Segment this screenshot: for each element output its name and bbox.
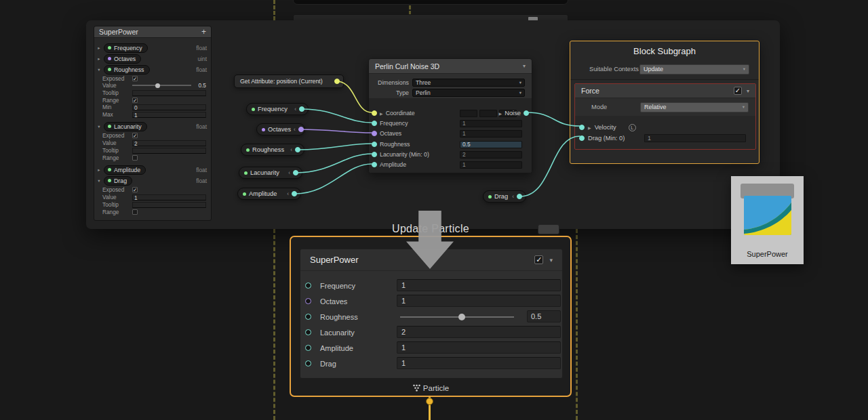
property-pill[interactable]: Amplitude	[104, 165, 146, 175]
input-port[interactable]	[372, 121, 377, 126]
output-port[interactable]	[524, 110, 529, 116]
range-checkbox[interactable]: ✓	[132, 98, 138, 103]
chevron-down-icon[interactable]: ▾	[549, 257, 553, 264]
input-port[interactable]	[372, 131, 377, 136]
blackboard-property-roughness[interactable]: ▾ Roughness float	[96, 65, 209, 75]
flow-anchor-port[interactable]	[426, 398, 433, 405]
mode-dropdown[interactable]: Relative▾	[640, 102, 749, 112]
collapse-icon[interactable]: ‹	[287, 190, 289, 197]
input-port[interactable]	[372, 152, 377, 157]
velocity-input-port[interactable]	[579, 125, 585, 130]
input-port[interactable]	[372, 142, 377, 147]
range-checkbox[interactable]	[132, 155, 138, 161]
slider-handle[interactable]	[155, 83, 160, 88]
expander-icon[interactable]: ▸	[96, 167, 102, 173]
output-port[interactable]	[298, 127, 304, 132]
tooltip-field[interactable]	[132, 202, 206, 208]
drag-port[interactable]	[305, 360, 311, 366]
enabled-checkbox[interactable]: ✓	[534, 255, 543, 264]
add-property-button[interactable]: +	[201, 28, 206, 36]
output-port[interactable]	[295, 147, 300, 152]
blackboard-property-octaves[interactable]: ▸ Octaves uint	[96, 54, 209, 64]
frequency-port[interactable]	[305, 282, 311, 289]
blackboard-property-lacunarity[interactable]: ▾ Lacunarity float	[96, 122, 209, 131]
dimensions-dropdown[interactable]: Three▾	[412, 79, 525, 87]
force-block-header[interactable]: Force ✓ ▾	[575, 84, 755, 98]
value-field[interactable]: 1	[460, 120, 522, 127]
min-field[interactable]: 0	[132, 104, 206, 110]
chevron-down-icon[interactable]: ▾	[523, 63, 526, 69]
exposed-checkbox[interactable]: ✓	[132, 133, 138, 138]
value-slider[interactable]	[132, 85, 191, 86]
range-checkbox[interactable]	[132, 209, 138, 215]
collapse-icon[interactable]: ‹	[290, 146, 292, 153]
exposed-checkbox[interactable]: ✓	[132, 76, 138, 81]
blackboard-property-drag[interactable]: ▾ Drag float	[96, 176, 209, 186]
output-port[interactable]	[334, 79, 340, 84]
get-attribute-node[interactable]: Get Attribute: position (Current)	[234, 75, 344, 88]
parameter-node-octaves[interactable]: Octaves ‹	[256, 123, 305, 135]
collapse-icon[interactable]: ‹	[288, 169, 290, 176]
input-port[interactable]	[372, 110, 377, 116]
roughness-port[interactable]	[305, 314, 311, 320]
collapse-icon[interactable]: ‹	[294, 126, 296, 133]
output-port[interactable]	[292, 191, 297, 196]
parameter-node-frequency[interactable]: Frequency ‹	[246, 103, 309, 115]
value-field[interactable]: 1	[460, 130, 522, 138]
force-block[interactable]: Force ✓ ▾ Mode Relative▾ ▶ Velocity L	[574, 83, 756, 150]
value-field[interactable]: 2	[460, 151, 522, 159]
tooltip-field[interactable]	[132, 148, 206, 154]
node-title-bar[interactable]: Perlin Curl Noise 3D ▾	[369, 59, 532, 74]
max-field[interactable]: 1	[132, 112, 206, 118]
exposed-checkbox[interactable]: ✓	[132, 187, 138, 192]
property-pill[interactable]: Drag	[104, 176, 132, 186]
y-field[interactable]	[479, 110, 497, 117]
collapse-icon[interactable]: ‹	[294, 106, 296, 112]
type-dropdown[interactable]: Perlin▾	[412, 89, 525, 97]
value-field[interactable]: 1	[460, 161, 522, 169]
context-header-button[interactable]	[538, 224, 559, 234]
parameter-node-drag[interactable]: Drag ‹	[483, 190, 526, 203]
blackboard-property-frequency[interactable]: ▸ Frequency float	[96, 43, 209, 53]
output-port[interactable]	[517, 194, 522, 199]
expander-icon[interactable]: ▸	[96, 45, 102, 51]
roughness-value-field[interactable]: 0.5	[527, 310, 561, 322]
expander-icon[interactable]: ▾	[96, 67, 102, 72]
tooltip-field[interactable]	[132, 90, 206, 96]
lacunarity-port[interactable]	[305, 329, 311, 335]
x-field[interactable]	[460, 110, 477, 117]
drag-value-field[interactable]: 1	[644, 134, 746, 142]
asset-tile-superpower[interactable]: SuperPower	[731, 176, 804, 264]
property-pill[interactable]: Octaves	[104, 54, 141, 64]
parameter-node-lacunarity[interactable]: Lacunarity ‹	[239, 167, 302, 179]
value-field[interactable]: 1	[132, 194, 206, 201]
perlin-curl-noise-node[interactable]: Perlin Curl Noise 3D ▾ Dimensions Three▾…	[368, 58, 532, 173]
value-field[interactable]: 0.5	[460, 141, 522, 148]
drag-field[interactable]: 1	[397, 357, 561, 369]
output-port[interactable]	[299, 106, 304, 112]
slider-handle[interactable]	[458, 314, 465, 320]
property-pill[interactable]: Lacunarity	[104, 122, 147, 131]
chevron-down-icon[interactable]: ▾	[747, 88, 749, 94]
parameter-node-roughness[interactable]: Roughness ‹	[241, 144, 304, 156]
input-port[interactable]	[372, 162, 377, 167]
expander-icon[interactable]: ▾	[96, 178, 102, 184]
amplitude-port[interactable]	[305, 345, 311, 351]
amplitude-field[interactable]: 1	[397, 341, 561, 354]
parameter-node-amplitude[interactable]: Amplitude ‹	[237, 188, 301, 200]
property-pill[interactable]: Roughness	[104, 65, 150, 75]
suitable-contexts-dropdown[interactable]: Update▾	[639, 64, 749, 75]
roughness-slider[interactable]	[400, 316, 514, 318]
superpower-block[interactable]: SuperPower ✓ ▾ Frequency 1 Octaves 1 Rou…	[300, 249, 563, 379]
collapse-icon[interactable]: ‹	[512, 193, 514, 200]
enabled-checkbox[interactable]: ✓	[734, 87, 742, 95]
output-port[interactable]	[293, 170, 298, 175]
expander-icon[interactable]: ▾	[96, 124, 102, 129]
value-field[interactable]: 2	[132, 140, 206, 146]
octaves-field[interactable]: 1	[397, 295, 561, 307]
blackboard-header[interactable]: SuperPower +	[94, 26, 211, 38]
expand-icon[interactable]: ▶	[380, 111, 383, 116]
lacunarity-field[interactable]: 2	[397, 326, 561, 338]
blackboard-property-amplitude[interactable]: ▸ Amplitude float	[96, 165, 209, 175]
drag-input-port[interactable]	[579, 135, 585, 141]
